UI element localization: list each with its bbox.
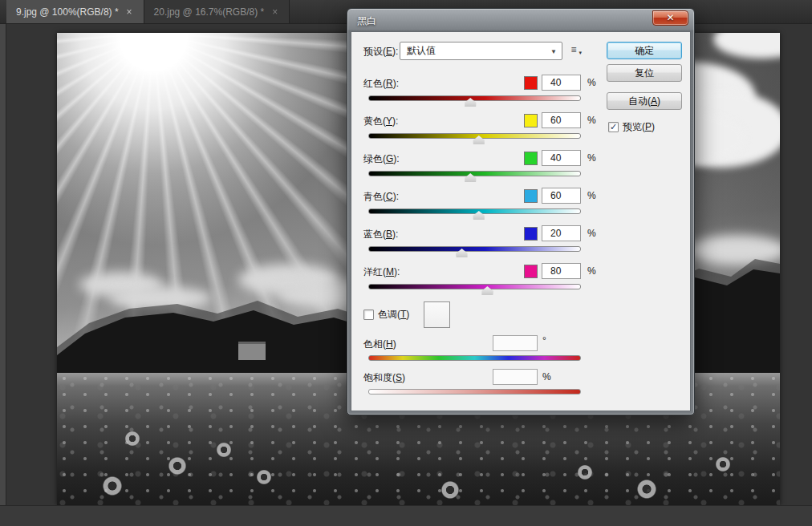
dialog-title: 黑白 [357, 14, 376, 28]
blue-label: 蓝色(B): [363, 228, 398, 241]
reset-button[interactable]: 复位 [607, 64, 682, 82]
preset-label: 预设(E): [363, 45, 398, 59]
tint-checkbox[interactable] [363, 310, 374, 320]
green-slider[interactable] [368, 171, 581, 184]
hue-gradient-bar[interactable] [368, 355, 581, 361]
blue-unit: % [587, 228, 596, 239]
magenta-swatch [524, 265, 538, 278]
cyan-slider-track[interactable] [368, 208, 581, 214]
black-white-dialog: 黑白 ✕ 预设(E): 默认值 ▼ ≡ ▾ 确定 复位 自动(A) ✓ 预览(P… [347, 8, 695, 415]
chevron-down-icon: ▼ [550, 48, 557, 55]
hue-value-input[interactable] [493, 335, 538, 351]
red-unit: % [587, 77, 596, 88]
preview-label: 预览(P) [623, 120, 655, 134]
tools-panel-edge [0, 24, 6, 505]
tab-close-icon[interactable]: × [125, 6, 134, 18]
saturation-gradient-bar[interactable] [368, 389, 581, 394]
blue-slider-track[interactable] [368, 246, 581, 252]
sunflower [256, 469, 272, 485]
green-value-input[interactable]: 40 [542, 150, 581, 166]
red-swatch [524, 76, 538, 90]
status-bar [0, 505, 812, 526]
red-value-input[interactable]: 40 [542, 75, 581, 91]
close-icon[interactable]: ✕ [652, 10, 688, 26]
sunflower [715, 456, 731, 472]
auto-button[interactable]: 自动(A) [607, 92, 682, 110]
blue-slider[interactable] [368, 246, 581, 259]
red-label: 红色(R): [363, 77, 399, 91]
tint-color-swatch[interactable] [424, 301, 450, 328]
green-label: 绿色(G): [363, 152, 400, 166]
blue-swatch [524, 227, 538, 241]
green-unit: % [587, 152, 596, 164]
preset-value: 默认值 [407, 44, 436, 58]
magenta-value-input[interactable]: 80 [542, 263, 581, 279]
sunflower [102, 475, 123, 496]
ok-button[interactable]: 确定 [607, 42, 682, 59]
magenta-slider-track[interactable] [368, 284, 581, 289]
hue-label: 色相(H) [363, 338, 396, 351]
yellow-value-input[interactable]: 60 [542, 112, 581, 128]
tab-document-1[interactable]: 9.jpg @ 100%(RGB/8) * × [6, 0, 144, 23]
yellow-label: 黄色(Y): [363, 115, 398, 128]
cyan-value-input[interactable]: 60 [542, 188, 581, 204]
preset-options-icon[interactable]: ≡ ▾ [566, 44, 581, 57]
magenta-unit: % [587, 265, 596, 277]
saturation-label: 饱和度(S) [363, 371, 405, 385]
preview-checkbox[interactable]: ✓ [608, 122, 619, 132]
yellow-swatch [524, 114, 538, 127]
yellow-slider[interactable] [368, 133, 581, 146]
blue-value-input[interactable]: 20 [542, 225, 581, 241]
tab-label: 20.jpg @ 16.7%(RGB/8) * [154, 6, 265, 18]
tab-close-icon[interactable]: × [270, 6, 279, 18]
sunflower [577, 464, 593, 480]
yellow-unit: % [587, 115, 596, 126]
saturation-value-input[interactable] [493, 369, 538, 385]
cyan-unit: % [587, 190, 596, 201]
dialog-titlebar[interactable]: 黑白 ✕ [347, 9, 694, 31]
tint-label: 色调(T) [378, 308, 409, 322]
dialog-content: 预设(E): 默认值 ▼ ≡ ▾ 确定 复位 自动(A) ✓ 预览(P) 红色(… [351, 31, 691, 411]
preset-options-arrow: ▾ [579, 47, 582, 59]
tint-checkbox-row[interactable]: 色调(T) [363, 308, 409, 322]
red-slider[interactable] [368, 95, 581, 108]
sunflower [124, 431, 140, 447]
tab-document-2[interactable]: 20.jpg @ 16.7%(RGB/8) * × [144, 0, 290, 23]
magenta-label: 洋红(M): [363, 265, 400, 279]
green-swatch [524, 152, 538, 165]
cyan-swatch [524, 189, 538, 203]
yellow-slider-track[interactable] [368, 133, 581, 139]
sunflower [216, 442, 232, 458]
preview-checkbox-row[interactable]: ✓ 预览(P) [608, 120, 655, 134]
red-slider-track[interactable] [368, 95, 581, 101]
cyan-label: 青色(C): [363, 190, 399, 204]
magenta-slider[interactable] [368, 284, 581, 297]
sunflower [441, 480, 460, 500]
cyan-slider[interactable] [368, 208, 581, 221]
sunflower [636, 479, 657, 500]
saturation-unit: % [542, 371, 551, 382]
preset-dropdown[interactable]: 默认值 ▼ [400, 42, 562, 60]
green-slider-track[interactable] [368, 171, 581, 176]
sunflower [168, 456, 187, 475]
hue-unit: ° [542, 335, 546, 346]
distant-building [238, 344, 266, 360]
tab-label: 9.jpg @ 100%(RGB/8) * [16, 6, 119, 18]
